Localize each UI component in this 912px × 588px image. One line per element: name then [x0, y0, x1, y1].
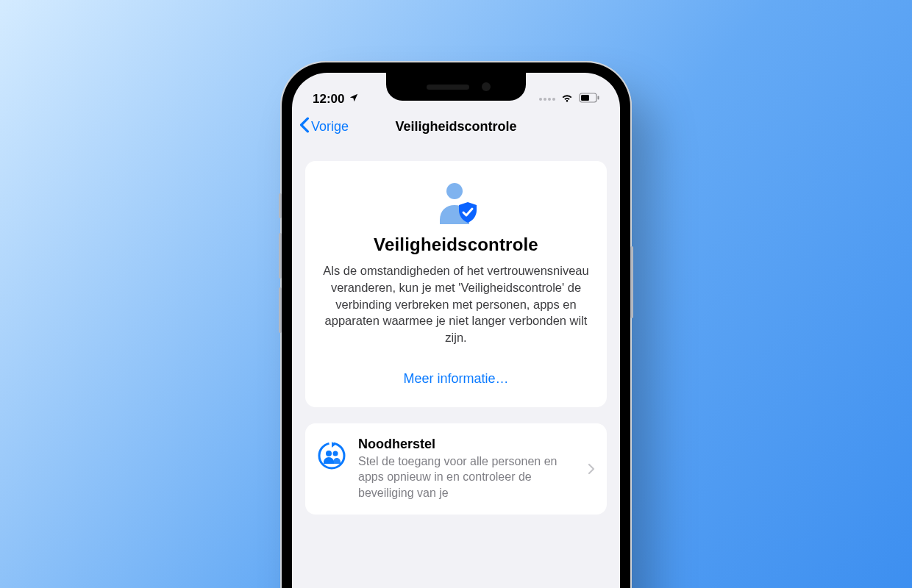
front-camera: [482, 82, 491, 91]
power-button[interactable]: [630, 246, 633, 318]
back-button-label: Vorige: [311, 119, 349, 135]
screen: 12:00: [292, 73, 620, 588]
chevron-right-icon: [588, 460, 595, 478]
clock-label: 12:00: [313, 92, 344, 107]
status-left: 12:00: [313, 92, 359, 107]
back-button[interactable]: Vorige: [299, 117, 349, 137]
option-body: Noodherstel Stel de toegang voor alle pe…: [358, 437, 576, 501]
svg-rect-2: [581, 95, 589, 101]
navigation-bar: Vorige Veiligheidscontrole: [292, 110, 620, 143]
svg-rect-1: [598, 96, 599, 100]
volume-down-button[interactable]: [279, 287, 282, 333]
hero-description: Als de omstandigheden of het vertrouwens…: [321, 262, 591, 346]
mute-switch[interactable]: [279, 193, 282, 218]
battery-icon: [579, 92, 599, 107]
safety-check-hero-icon: [321, 180, 591, 224]
location-icon: [349, 92, 359, 107]
emergency-reset-icon: [317, 437, 346, 470]
device-notch: [386, 73, 526, 101]
option-description: Stel de toegang voor alle personen en ap…: [358, 453, 576, 501]
volume-up-button[interactable]: [279, 233, 282, 279]
option-title: Noodherstel: [358, 437, 576, 452]
chevron-left-icon: [299, 117, 310, 137]
status-right: [539, 92, 599, 107]
cellular-dots-icon: [539, 98, 555, 101]
hero-card: Veiligheidscontrole Als de omstandighede…: [305, 161, 607, 407]
emergency-reset-option[interactable]: Noodherstel Stel de toegang voor alle pe…: [305, 423, 607, 514]
svg-point-6: [326, 451, 332, 456]
phone-frame: 12:00: [282, 62, 630, 588]
speaker-grille: [427, 85, 469, 90]
hero-title: Veiligheidscontrole: [321, 234, 591, 255]
wifi-icon: [560, 92, 574, 107]
svg-point-3: [446, 183, 463, 199]
svg-point-7: [333, 451, 338, 456]
content-area: Veiligheidscontrole Als de omstandighede…: [292, 143, 620, 514]
more-info-link[interactable]: Meer informatie…: [403, 367, 508, 391]
